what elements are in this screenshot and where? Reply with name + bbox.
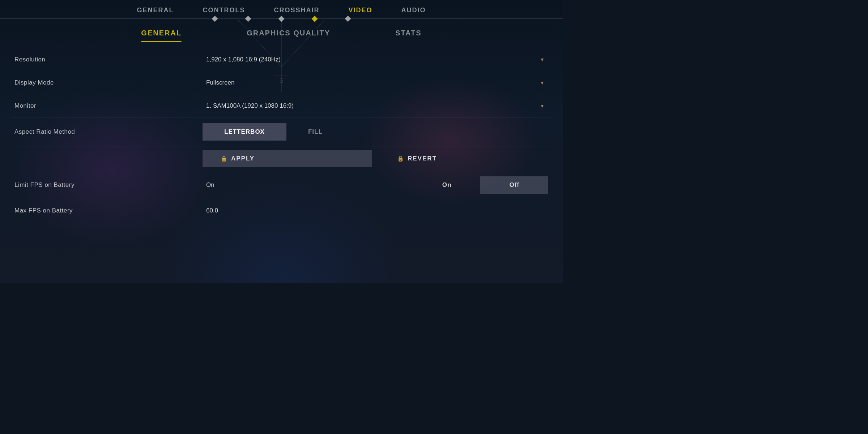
max-fps-row: Max FPS on Battery 60.0	[11, 199, 552, 222]
limit-fps-on-text: On	[203, 181, 413, 189]
apply-button[interactable]: 🔒 APPLY	[203, 150, 372, 167]
display-mode-value-area: Fullscreen ▼	[203, 79, 548, 86]
max-fps-label: Max FPS on Battery	[14, 207, 203, 214]
nav-item-general[interactable]: GENERAL	[137, 7, 174, 18]
apply-lock-icon: 🔒	[221, 155, 228, 162]
top-nav: GENERAL CONTROLS CROSSHAIR VIDEO AUDIO	[0, 0, 563, 19]
letterbox-button[interactable]: Letterbox	[203, 123, 286, 141]
limit-fps-row: Limit FPS on Battery On On Off	[11, 171, 552, 199]
settings-area: Resolution 1,920 x 1,080 16:9 (240Hz) ▼ …	[0, 48, 563, 222]
monitor-value: 1. SAM100A (1920 x 1080 16:9)	[203, 102, 532, 109]
display-mode-row: Display Mode Fullscreen ▼	[11, 71, 552, 94]
resolution-value-area: 1,920 x 1,080 16:9 (240Hz) ▼	[203, 56, 548, 63]
fps-on-button[interactable]: On	[413, 176, 481, 194]
resolution-row: Resolution 1,920 x 1,080 16:9 (240Hz) ▼	[11, 48, 552, 71]
aspect-ratio-row: Aspect Ratio Method Letterbox Fill	[11, 117, 552, 146]
resolution-label: Resolution	[14, 56, 203, 63]
sub-tabs: GENERAL GRAPHICS QUALITY STATS	[0, 19, 563, 41]
fps-off-button[interactable]: Off	[480, 176, 548, 194]
max-fps-value-area: 60.0	[203, 207, 548, 214]
display-mode-value: Fullscreen	[203, 79, 532, 86]
monitor-value-area: 1. SAM100A (1920 x 1080 16:9) ▼	[203, 102, 548, 109]
nav-item-video[interactable]: VIDEO	[349, 7, 373, 18]
sub-tab-general[interactable]: GENERAL	[141, 29, 182, 41]
resolution-dropdown-arrow[interactable]: ▼	[540, 57, 548, 63]
display-mode-label: Display Mode	[14, 79, 203, 86]
limit-fps-label: Limit FPS on Battery	[14, 181, 203, 189]
display-mode-dropdown-arrow[interactable]: ▼	[540, 80, 548, 86]
aspect-btn-group: Letterbox Fill	[203, 123, 548, 141]
nav-item-audio[interactable]: AUDIO	[401, 7, 426, 18]
max-fps-value: 60.0	[203, 207, 548, 214]
fps-toggle-group: On Off	[413, 176, 548, 194]
revert-button[interactable]: 🔒 REVERT	[379, 150, 548, 167]
apply-label: APPLY	[231, 155, 255, 162]
revert-label: REVERT	[408, 155, 437, 162]
aspect-ratio-label: Aspect Ratio Method	[14, 128, 203, 136]
fill-button[interactable]: Fill	[286, 123, 344, 141]
apply-revert-row: 🔒 APPLY 🔒 REVERT	[11, 146, 552, 171]
revert-lock-icon: 🔒	[397, 155, 405, 162]
sub-tab-stats[interactable]: STATS	[395, 29, 422, 41]
sub-tab-graphics-quality[interactable]: GRAPHICS QUALITY	[247, 29, 330, 41]
resolution-value: 1,920 x 1,080 16:9 (240Hz)	[203, 56, 532, 63]
monitor-dropdown-arrow[interactable]: ▼	[540, 103, 548, 109]
monitor-row: Monitor 1. SAM100A (1920 x 1080 16:9) ▼	[11, 94, 552, 117]
monitor-label: Monitor	[14, 102, 203, 109]
